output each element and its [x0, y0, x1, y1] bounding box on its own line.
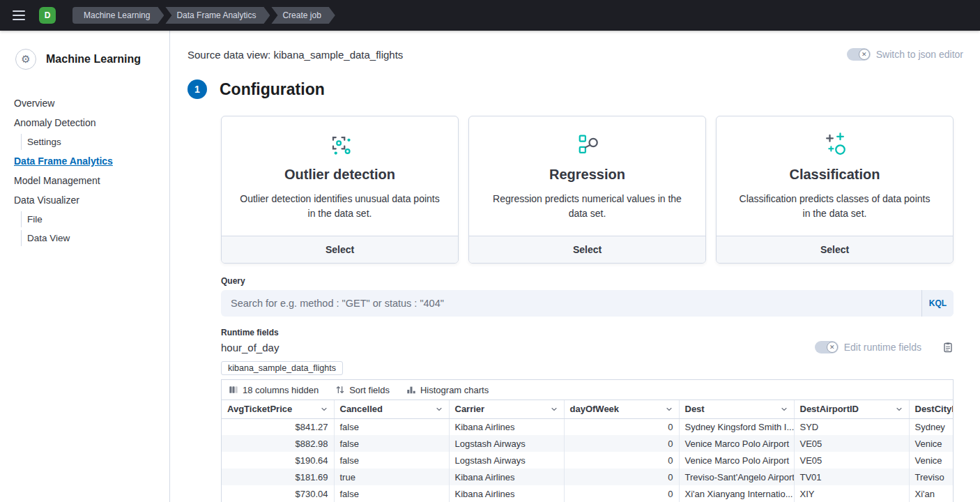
table-header-row: AvgTicketPrice Cancelled Carrier dayOfWe…: [222, 400, 953, 418]
main-content: Source data view: kibana_sample_data_fli…: [171, 31, 980, 502]
columns-hidden-button[interactable]: 18 columns hidden: [229, 385, 319, 395]
top-header: D Machine Learning Data Frame Analytics …: [0, 0, 980, 31]
cell-destairportid[interactable]: TV01: [794, 469, 909, 485]
column-header-dayofweek[interactable]: dayOfWeek: [564, 400, 679, 418]
runtime-fields-label: Runtime fields: [221, 328, 954, 337]
cell-destcityname[interactable]: Xi'an: [909, 485, 953, 502]
json-editor-toggle[interactable]: ✕: [847, 48, 871, 61]
card-outlier-detection[interactable]: Outlier detection Outlier detection iden…: [221, 116, 459, 264]
column-header-avgticketprice[interactable]: AvgTicketPrice: [222, 400, 334, 418]
runtime-toggle-group: ✕ Edit runtime fields: [815, 341, 954, 353]
menu-button[interactable]: [8, 5, 29, 26]
cell-destairportid[interactable]: VE05: [794, 435, 909, 452]
hamburger-icon: [13, 10, 25, 20]
source-data-view-label: Source data view: kibana_sample_data_fli…: [187, 49, 403, 61]
data-grid-table: AvgTicketPrice Cancelled Carrier dayOfWe…: [222, 400, 953, 502]
card-classification[interactable]: Classification Classification predicts c…: [716, 116, 954, 264]
column-header-carrier[interactable]: Carrier: [449, 400, 564, 418]
columns-icon: [229, 385, 238, 395]
cell-destairportid[interactable]: VE05: [794, 452, 909, 469]
cell-avgticketprice[interactable]: $181.69: [222, 469, 334, 485]
step-row: 1 Configuration: [187, 79, 963, 99]
sidebar-item-file[interactable]: File: [21, 211, 160, 227]
histogram-charts-label: Histogram charts: [420, 385, 489, 395]
cell-dest[interactable]: Treviso-Sant'Angelo Airport: [679, 469, 794, 485]
sidebar-item-model-management[interactable]: Model Management: [14, 172, 160, 189]
select-classification-button[interactable]: Select: [717, 236, 953, 263]
breadcrumb-machine-learning[interactable]: Machine Learning: [72, 7, 164, 24]
kql-button[interactable]: KQL: [921, 290, 954, 317]
cell-cancelled[interactable]: false: [334, 452, 449, 469]
breadcrumb-create-job[interactable]: Create job: [271, 7, 335, 24]
chevron-down-icon: [780, 405, 788, 413]
select-outlier-detection-button[interactable]: Select: [222, 236, 458, 263]
column-header-dest[interactable]: Dest: [679, 400, 794, 418]
sidebar-nav: Overview Anomaly Detection Settings Data…: [14, 95, 160, 249]
json-editor-toggle-group: ✕ Switch to json editor: [847, 48, 963, 61]
cell-carrier[interactable]: Logstash Airways: [449, 435, 564, 452]
cell-destairportid[interactable]: XIY: [794, 485, 909, 502]
cell-destcityname[interactable]: Sydney: [909, 418, 953, 435]
cell-carrier[interactable]: Logstash Airways: [449, 452, 564, 469]
table-row: $190.64 false Logstash Airways 0 Venice …: [222, 452, 953, 469]
histogram-charts-button[interactable]: Histogram charts: [406, 385, 489, 395]
space-avatar[interactable]: D: [39, 7, 56, 24]
table-row: $730.04 false Kibana Airlines 0 Xi'an Xi…: [222, 485, 953, 502]
cell-cancelled[interactable]: false: [334, 485, 449, 502]
card-body: Regression Regression predicts numerical…: [469, 116, 705, 236]
index-badge: kibana_sample_data_flights: [221, 361, 343, 375]
column-header-destairportid[interactable]: DestAirportID: [794, 400, 909, 418]
columns-hidden-label: 18 columns hidden: [243, 385, 319, 395]
select-label: Select: [573, 244, 602, 255]
cell-dayofweek[interactable]: 0: [564, 435, 679, 452]
column-header-destcityname[interactable]: DestCityName: [909, 400, 953, 418]
cell-dest[interactable]: Sydney Kingsford Smith I...: [679, 418, 794, 435]
cell-dest[interactable]: Xi'an Xianyang Internatio...: [679, 485, 794, 502]
cell-avgticketprice[interactable]: $730.04: [222, 485, 334, 502]
query-input[interactable]: [221, 290, 921, 317]
sidebar-item-data-view[interactable]: Data View: [21, 230, 160, 246]
breadcrumb-data-frame-analytics[interactable]: Data Frame Analytics: [165, 7, 270, 24]
column-header-cancelled[interactable]: Cancelled: [334, 400, 449, 418]
edit-runtime-fields-toggle[interactable]: ✕: [815, 341, 839, 353]
card-body: Classification Classification predicts c…: [717, 116, 953, 236]
sidebar-item-data-visualizer[interactable]: Data Visualizer: [14, 192, 160, 208]
cell-dayofweek[interactable]: 0: [564, 469, 679, 485]
card-regression[interactable]: Regression Regression predicts numerical…: [468, 116, 706, 264]
cell-cancelled[interactable]: true: [334, 469, 449, 485]
data-grid-toolbar: 18 columns hidden Sort fields Histo: [222, 380, 953, 400]
sidebar-item-anomaly-detection[interactable]: Anomaly Detection: [14, 114, 160, 131]
breadcrumb: Machine Learning Data Frame Analytics Cr…: [72, 7, 337, 24]
card-description: Outlier detection identifies unusual dat…: [240, 192, 440, 221]
chevron-down-icon: [550, 405, 558, 413]
cell-destcityname[interactable]: Venice: [909, 435, 953, 452]
sidebar-item-data-frame-analytics[interactable]: Data Frame Analytics: [14, 153, 160, 169]
copy-to-clipboard-button[interactable]: [942, 342, 954, 353]
cell-cancelled[interactable]: false: [334, 435, 449, 452]
sort-fields-label: Sort fields: [349, 385, 390, 395]
cell-avgticketprice[interactable]: $190.64: [222, 452, 334, 469]
cell-dest[interactable]: Venice Marco Polo Airport: [679, 435, 794, 452]
select-regression-button[interactable]: Select: [469, 236, 705, 263]
cell-dest[interactable]: Venice Marco Polo Airport: [679, 452, 794, 469]
cell-dayofweek[interactable]: 0: [564, 452, 679, 469]
sidebar-item-settings[interactable]: Settings: [21, 134, 160, 150]
sort-fields-button[interactable]: Sort fields: [335, 385, 390, 395]
cell-dayofweek[interactable]: 0: [564, 418, 679, 435]
cell-destcityname[interactable]: Treviso: [909, 469, 953, 485]
cell-avgticketprice[interactable]: $841.27: [222, 418, 334, 435]
cell-carrier[interactable]: Kibana Airlines: [449, 469, 564, 485]
cell-carrier[interactable]: Kibana Airlines: [449, 418, 564, 435]
runtime-row: hour_of_day ✕ Edit runtime fields: [221, 340, 954, 354]
cell-dayofweek[interactable]: 0: [564, 485, 679, 502]
card-description: Regression predicts numerical values in …: [487, 192, 687, 221]
sidebar-item-overview[interactable]: Overview: [14, 95, 160, 112]
cell-destairportid[interactable]: SYD: [794, 418, 909, 435]
sort-icon: [335, 385, 345, 395]
cell-carrier[interactable]: Kibana Airlines: [449, 485, 564, 502]
cell-avgticketprice[interactable]: $882.98: [222, 435, 334, 452]
chevron-down-icon: [665, 405, 673, 413]
cell-cancelled[interactable]: false: [334, 418, 449, 435]
cell-destcityname[interactable]: Venice: [909, 452, 953, 469]
outlier-detection-icon: [326, 130, 354, 158]
